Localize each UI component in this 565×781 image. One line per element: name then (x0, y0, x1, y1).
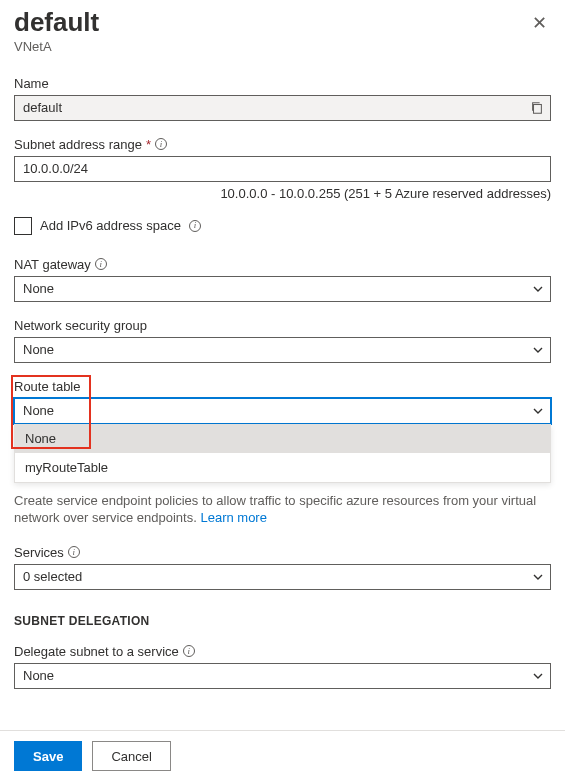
route-table-dropdown: None myRouteTable (14, 424, 551, 483)
add-ipv6-checkbox[interactable] (14, 217, 32, 235)
services-select[interactable]: 0 selected (14, 564, 551, 590)
chevron-down-icon (532, 571, 544, 583)
name-label: Name (14, 76, 49, 91)
service-endpoints-description: Create service endpoint policies to allo… (14, 492, 551, 527)
services-label: Services (14, 545, 64, 560)
route-table-option-none[interactable]: None (15, 424, 550, 453)
subnet-range-label: Subnet address range (14, 137, 142, 152)
chevron-down-icon (532, 283, 544, 295)
delegate-label: Delegate subnet to a service (14, 644, 179, 659)
svg-rect-0 (534, 104, 542, 113)
route-table-label: Route table (14, 379, 81, 394)
required-indicator: * (146, 137, 151, 152)
info-icon[interactable]: i (183, 645, 195, 657)
nat-gateway-select[interactable]: None (14, 276, 551, 302)
info-icon[interactable]: i (189, 220, 201, 232)
delegate-select[interactable]: None (14, 663, 551, 689)
chevron-down-icon (532, 344, 544, 356)
panel-footer: Save Cancel (0, 730, 565, 781)
info-icon[interactable]: i (95, 258, 107, 270)
info-icon[interactable]: i (68, 546, 80, 558)
nat-gateway-value: None (23, 281, 54, 296)
chevron-down-icon (532, 670, 544, 682)
nsg-value: None (23, 342, 54, 357)
cancel-button[interactable]: Cancel (92, 741, 170, 771)
subnet-range-helper: 10.0.0.0 - 10.0.0.255 (251 + 5 Azure res… (14, 186, 551, 201)
panel-title: default (14, 8, 99, 37)
subnet-delegation-heading: SUBNET DELEGATION (14, 614, 551, 628)
name-value: default (23, 100, 62, 115)
route-table-option-myroutetable[interactable]: myRouteTable (15, 453, 550, 482)
add-ipv6-label: Add IPv6 address space (40, 218, 181, 233)
learn-more-link[interactable]: Learn more (200, 510, 266, 525)
save-button[interactable]: Save (14, 741, 82, 771)
delegate-value: None (23, 668, 54, 683)
close-icon[interactable]: ✕ (528, 12, 551, 34)
copy-icon[interactable] (530, 101, 544, 115)
name-field[interactable]: default (14, 95, 551, 121)
nat-gateway-label: NAT gateway (14, 257, 91, 272)
route-table-value: None (23, 403, 54, 418)
chevron-down-icon (532, 405, 544, 417)
panel-subtitle: VNetA (14, 39, 99, 54)
nsg-select[interactable]: None (14, 337, 551, 363)
subnet-range-field[interactable] (14, 156, 551, 182)
nsg-label: Network security group (14, 318, 147, 333)
services-value: 0 selected (23, 569, 82, 584)
info-icon[interactable]: i (155, 138, 167, 150)
route-table-select[interactable]: None (14, 398, 551, 424)
